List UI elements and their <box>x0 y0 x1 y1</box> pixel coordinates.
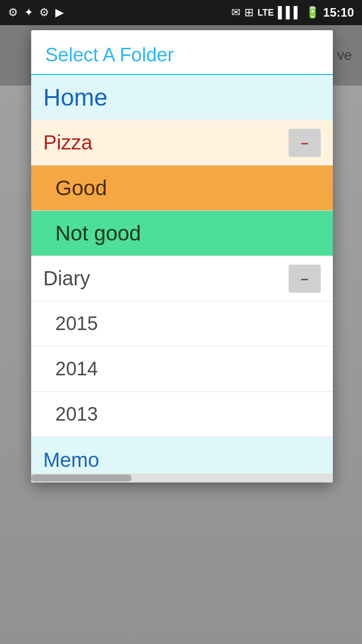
mail-icon: ✉ <box>231 6 240 19</box>
folder-label-2013: 2013 <box>55 404 98 425</box>
status-bar: ⚙ ✦ ⚙ ▶ ✉ ⊞ LTE ▌▌▌ 🔋 15:10 <box>0 0 362 25</box>
folder-label-pizza: Pizza <box>43 131 93 154</box>
folder-label-good: Good <box>55 176 107 200</box>
folder-item-2014[interactable]: 2014 <box>31 347 333 392</box>
scrollbar-thumb[interactable] <box>31 474 132 481</box>
folder-item-pizza[interactable]: Pizza – <box>31 120 333 166</box>
select-folder-modal: Select A Folder Home Pizza – Good Not go… <box>31 30 333 482</box>
collapse-icon-diary: – <box>301 272 309 286</box>
media-icon: ▶ <box>55 6 64 19</box>
status-icons-left: ⚙ ✦ ⚙ ▶ <box>8 6 64 19</box>
collapse-button-diary[interactable]: – <box>289 265 321 293</box>
folder-label-2014: 2014 <box>55 358 98 380</box>
folder-label-memo: Memo <box>43 449 99 471</box>
status-icons-right: ✉ ⊞ LTE ▌▌▌ 🔋 15:10 <box>231 6 354 20</box>
folder-label-2015: 2015 <box>55 313 98 335</box>
android-icon: ✦ <box>24 6 33 19</box>
collapse-icon-pizza: – <box>301 136 309 150</box>
modal-title: Select A Folder <box>45 44 174 65</box>
folder-list[interactable]: Home Pizza – Good Not good Diary – 2015 <box>31 75 333 482</box>
usb2-icon: ⚙ <box>39 6 49 19</box>
folder-item-diary[interactable]: Diary – <box>31 256 333 301</box>
modal-header: Select A Folder <box>31 30 333 75</box>
folder-label-home: Home <box>43 84 108 111</box>
folder-label-diary: Diary <box>43 267 90 290</box>
collapse-button-pizza[interactable]: – <box>289 129 321 157</box>
folder-label-notgood: Not good <box>55 221 141 246</box>
folder-item-home[interactable]: Home <box>31 75 333 120</box>
folder-item-good[interactable]: Good <box>31 166 333 211</box>
scrollbar-track[interactable] <box>31 473 333 482</box>
signal-icon: ▌▌▌ <box>278 6 302 19</box>
usb-icon: ⚙ <box>8 6 18 19</box>
battery-icon: 🔋 <box>306 6 319 19</box>
folder-item-2013[interactable]: 2013 <box>31 392 333 437</box>
folder-item-notgood[interactable]: Not good <box>31 211 333 256</box>
lte-icon: LTE <box>257 8 274 18</box>
clock: 15:10 <box>323 6 354 20</box>
folder-item-2015[interactable]: 2015 <box>31 301 333 347</box>
photo-icon: ⊞ <box>244 6 253 19</box>
